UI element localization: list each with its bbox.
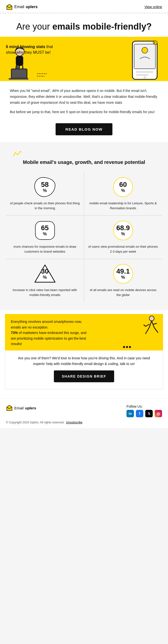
footer-logo-bold: uplers [25,406,36,410]
linkedin-icon[interactable]: in [126,410,134,417]
stat-desc-65: more chances for responsive emails to dr… [10,244,80,254]
stat-cell-60: 60 % mobile email readership is for Leis… [84,172,162,216]
stat-percent-60: % [121,188,125,193]
svg-rect-12 [12,70,26,78]
svg-rect-10 [16,56,23,66]
running-person-icon [134,314,159,339]
svg-marker-18 [7,406,12,410]
body-para1: When you hit "send email", 46% of your a… [10,88,158,106]
promo-cta-area: SHARE DESIGN BRIEF [5,366,163,390]
footer-social-area: Follow Us: in f 𝕏 ◎ [126,404,162,417]
stat-cell-30: 30 % increase in click rates has been re… [6,259,84,302]
stat-percent-58: % [43,188,47,193]
hero-title: Are your emails mobile-friendly? [10,21,158,32]
stat-desc-60: mobile email readership is for Leisure, … [88,201,158,210]
stat-cell-68: 68.9 % of users view promotional emails … [84,216,162,259]
cta-section: READ BLOG NOW [0,118,168,142]
instagram-icon[interactable]: ◎ [155,410,162,417]
promo-question-text: Are you one of them? We'd love to know h… [12,356,156,366]
email-container: Emailuplers View online Are your emails … [0,0,168,428]
hero-banner: 6 mind-blowing stats that show why they … [0,37,168,81]
stat-desc-68: of users view promotional emails on thei… [88,244,158,254]
footer: Emailuplers Follow Us: in f 𝕏 ◎ © Copyri… [0,398,168,428]
stat-percent-30: % [43,275,47,280]
read-blog-button[interactable]: READ BLOG NOW [56,123,112,135]
footer-bottom: © Copyright 2024 Uplers. All rights rese… [6,421,162,424]
squiggle-icon [13,150,22,157]
footer-logo: Emailuplers [6,404,36,411]
facebook-icon[interactable]: f [136,410,143,417]
stat-number-49: 49.1 [116,268,130,275]
footer-top: Emailuplers Follow Us: in f 𝕏 ◎ [6,404,162,417]
stat-shape-58: 58 % [34,177,56,197]
stat-number-68: 68.9 [116,224,130,232]
stat-percent-68: % [121,232,125,236]
stat-number-65: 65 [41,224,49,232]
promo-white-text: Are you one of them? We'd love to know h… [5,350,163,366]
stat-shape-30: 30 % [34,264,56,284]
stat-desc-49: of all emails are read on mobile devices… [88,288,158,297]
hero-section: Are your emails mobile-friendly? [0,13,168,32]
logo-bold: uplers [26,5,38,9]
stat-number-58: 58 [41,181,49,188]
view-online-link[interactable]: View online [144,5,162,9]
x-icon[interactable]: 𝕏 [145,410,153,417]
stats-grid: 58 % of people check emails on their pho… [6,172,162,302]
stat-shape-68: 68.9 % [112,220,134,240]
stat-desc-30: increase in click rates has been reporte… [10,288,80,297]
promo-yellow-area: Everything revolves around smartphones n… [5,314,163,350]
svg-marker-0 [7,4,12,10]
footer-logo-text: Email [14,406,24,410]
stat-shape-65: 65 % [34,220,56,240]
svg-text:2: 2 [154,42,155,44]
stat-number-30: 30 [41,268,49,275]
svg-point-8 [143,76,146,78]
body-text: When you hit "send email", 46% of your a… [0,81,168,115]
stats-section: Mobile email's usage, growth, and revenu… [0,142,168,310]
promo-section: Everything revolves around smartphones n… [0,310,168,394]
copyright-text: © Copyright 2024 Uplers. All rights rese… [6,421,64,424]
svg-rect-13 [9,78,28,80]
follow-label: Follow Us: [126,404,162,408]
social-icons: in f 𝕏 ◎ [126,410,162,417]
dots-decoration [123,346,131,348]
svg-point-17 [149,316,154,321]
promo-text1: Everything revolves around smartphones n… [11,320,82,329]
footer-logo-icon [6,404,13,411]
banner-text: 6 mind-blowing stats that show why they … [6,44,55,55]
promo-text-yellow: Everything revolves around smartphones n… [11,319,90,346]
logo: Emailuplers [6,4,38,10]
stat-shape-60: 60 % [112,177,134,197]
body-para2: But before we jump to that, here are 5 s… [10,109,158,115]
stat-number-60: 60 [119,181,127,188]
share-brief-button[interactable]: SHARE DESIGN BRIEF [54,370,114,382]
logo-icon [6,4,13,10]
phone-illustration: 2 [113,39,162,81]
stat-desc-58: of people check emails on their phones f… [10,201,80,210]
svg-rect-6 [136,71,153,73]
stat-cell-65: 65 % more chances for responsive emails … [6,216,84,259]
banner-lines [37,71,52,78]
unsubscribe-link[interactable]: Unsubscribe [66,421,82,424]
stat-percent-65: % [43,232,47,236]
promo-highlight-percent: 73% [11,331,18,335]
stat-cell-58: 58 % of people check emails on their pho… [6,172,84,216]
stat-percent-49: % [121,275,125,280]
promo-text2: of marketers have embraced this surge, a… [11,331,87,346]
svg-rect-7 [136,74,148,76]
stat-cell-49: 49.1 % of all emails are read on mobile … [84,259,162,302]
header: Emailuplers View online [0,0,168,13]
stats-title: Mobile email's usage, growth, and revenu… [6,159,162,165]
stat-shape-49: 49.1 % [112,264,134,284]
logo-text: Email [14,5,24,9]
svg-point-3 [142,47,148,53]
